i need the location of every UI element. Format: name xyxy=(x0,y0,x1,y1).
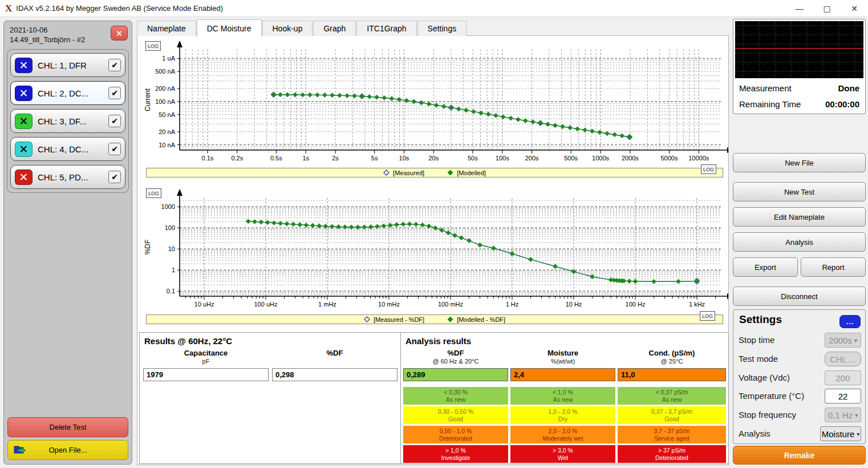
stop-time-row: Stop time 2000s▾ xyxy=(733,333,865,348)
channel-item-4[interactable]: ✕ CHL: 4, DC... ✔ xyxy=(10,137,125,161)
ana-df-value: 0,289 xyxy=(403,368,508,381)
ana-cond-subheader: @ 25°C xyxy=(618,358,726,365)
df-chart-log-toggle[interactable]: LOG xyxy=(146,188,161,198)
svg-text:100 nA: 100 nA xyxy=(155,98,176,105)
remake-button[interactable]: Remake xyxy=(733,446,866,465)
results-title: Results @ 60Hz, 22°C xyxy=(144,336,232,346)
svg-text:200 nA: 200 nA xyxy=(155,85,176,92)
svg-text:20s: 20s xyxy=(428,155,439,162)
report-button[interactable]: Report xyxy=(801,257,866,277)
analysis-mode-row: Analysis Moisture▾ xyxy=(733,426,865,442)
svg-text:Current: Current xyxy=(144,88,152,111)
measurement-label: Measurement xyxy=(739,83,792,93)
svg-text:10 nA: 10 nA xyxy=(159,142,175,148)
channel-1-checkbox[interactable]: ✔ xyxy=(108,59,121,71)
new-test-button[interactable]: New Test xyxy=(733,182,866,201)
ana-moisture-subheader: %(wt/wt) xyxy=(510,358,615,365)
ana-moisture-row-moderately-wet: 2,0 - 3,0 %Moderately wet xyxy=(510,426,615,443)
channel-item-3[interactable]: ✕ CHL: 3, DF... ✔ xyxy=(10,109,125,133)
ana-cond-row-asnew: < 0,37 pS/mAs new xyxy=(618,387,726,405)
capacitance-unit: pF xyxy=(143,358,269,365)
capacitance-header: Capacitance xyxy=(143,349,269,357)
svg-text:1 Hz: 1 Hz xyxy=(506,301,519,308)
tab-nameplate[interactable]: Nameplate xyxy=(137,21,196,36)
test-mode-button[interactable]: CHL ... xyxy=(825,352,861,366)
window-title: IDAX v5.2.164 by Megger Sweden AB (Servi… xyxy=(16,4,223,13)
channel-item-2[interactable]: ✕ CHL: 2, DC... ✔ xyxy=(10,81,125,105)
minimize-button[interactable]: — xyxy=(786,0,813,17)
ana-moisture-row-wet: > 3,0 %Wet xyxy=(510,445,615,463)
tab-itc1graph[interactable]: ITC1Graph xyxy=(356,21,416,36)
edit-nameplate-button[interactable]: Edit Nameplate xyxy=(733,207,866,227)
svg-text:100 mHz: 100 mHz xyxy=(438,301,463,308)
temperature-field[interactable]: 22 xyxy=(825,389,861,404)
tab-dc-moisture[interactable]: DC Moisture xyxy=(197,19,262,37)
stop-time-dropdown[interactable]: 2000s▾ xyxy=(825,333,861,348)
tab-hook-up[interactable]: Hook-up xyxy=(262,21,313,36)
df-header: %DF xyxy=(272,349,398,357)
settings-more-button[interactable]: ... xyxy=(839,315,861,328)
channel-item-1[interactable]: ✕ CHL: 1, DFR ✔ xyxy=(10,53,125,77)
channel-4-checkbox[interactable]: ✔ xyxy=(108,143,121,155)
svg-text:200s: 200s xyxy=(525,155,539,162)
ana-df-row-asnew: < 0,30 %As new xyxy=(403,387,508,405)
current-chart-log-toggle[interactable]: LOG xyxy=(145,41,161,51)
svg-text:1000s: 1000s xyxy=(592,155,609,162)
channel-3-checkbox[interactable]: ✔ xyxy=(108,115,121,127)
tab-settings[interactable]: Settings xyxy=(417,21,467,36)
svg-text:1000: 1000 xyxy=(161,203,175,210)
svg-text:2s: 2s xyxy=(332,155,339,162)
legend-modelled-df: [Modelled - %DF] xyxy=(447,316,505,323)
export-button[interactable]: Export xyxy=(733,257,798,277)
open-file-button[interactable]: Open File... xyxy=(7,440,128,460)
channel-5-checkbox[interactable]: ✔ xyxy=(108,171,121,183)
svg-text:1 kHz: 1 kHz xyxy=(689,301,705,308)
analysis-mode-dropdown[interactable]: Moisture▾ xyxy=(820,426,861,441)
ana-cond-row-deteriorated: > 37 pS/mDeteriorated xyxy=(618,445,726,463)
channel-2-checkbox[interactable]: ✔ xyxy=(108,87,121,99)
new-file-button[interactable]: New File xyxy=(733,153,866,172)
channel-item-5[interactable]: ✕ CHL: 5, PD... ✔ xyxy=(10,165,125,189)
svg-text:100 uHz: 100 uHz xyxy=(254,301,277,308)
legend-measured: [Measured] xyxy=(383,170,424,176)
ana-df-row-good: 0,30 - 0,50 %Good xyxy=(403,406,508,424)
app-logo-icon: X xyxy=(5,3,12,14)
test-file-sidebar: 2021-10-06 14.49_till_Torbjörn - #2 ✕ ✕ … xyxy=(3,21,132,465)
measurement-value: Done xyxy=(838,83,860,93)
channel-2-label: CHL: 2, DC... xyxy=(33,88,108,98)
stop-frequency-dropdown[interactable]: 0,1 Hz▾ xyxy=(825,408,861,422)
tab-graph[interactable]: Graph xyxy=(313,21,356,36)
df-chart-legend: [Measured - %DF] [Modelled - %DF] xyxy=(146,314,723,324)
measured-marker-icon xyxy=(383,170,390,176)
close-file-button[interactable]: ✕ xyxy=(111,26,128,41)
svg-text:20 nA: 20 nA xyxy=(159,128,175,135)
temperature-row: Temperature (°C) 22 xyxy=(733,389,865,404)
svg-text:100s: 100s xyxy=(496,155,509,162)
live-preview-chart xyxy=(735,21,863,78)
test-mode-row: Test mode CHL ... xyxy=(733,352,865,367)
channel-5-label: CHL: 5, PD... xyxy=(33,172,108,182)
svg-text:100: 100 xyxy=(165,224,175,231)
window-controls: — ▢ ✕ xyxy=(786,0,868,17)
delete-test-button[interactable]: Delete Test xyxy=(7,417,128,437)
current-chart-legend: [Measured] [Modelled] xyxy=(146,168,723,177)
svg-text:100 Hz: 100 Hz xyxy=(626,301,646,308)
test-file-header: 2021-10-06 14.49_till_Torbjörn - #2 ✕ xyxy=(4,21,132,47)
svg-text:0.5s: 0.5s xyxy=(270,155,282,162)
ana-moisture-header: Moisture xyxy=(510,349,615,357)
ana-cond-row-service-aged: 3,7 - 37 pS/mService aged xyxy=(618,426,726,443)
ana-df-row-investigate: > 1,0 %Investigate xyxy=(403,445,508,463)
tab-bar: Nameplate DC Moisture Hook-up Graph ITC1… xyxy=(137,20,467,36)
svg-text:1s: 1s xyxy=(302,155,309,162)
channel-5-color-icon: ✕ xyxy=(15,170,33,185)
disconnect-button[interactable]: Disconnect xyxy=(733,287,866,306)
df-legend-log-toggle[interactable]: LOG xyxy=(700,311,715,321)
channel-1-label: CHL: 1, DFR xyxy=(33,60,108,70)
maximize-button[interactable]: ▢ xyxy=(813,0,841,17)
analysis-button[interactable]: Analysis xyxy=(733,232,866,252)
current-legend-log-toggle[interactable]: LOG xyxy=(701,164,716,174)
measurement-status-row: Measurement Done xyxy=(739,83,859,93)
svg-text:0.1s: 0.1s xyxy=(202,155,214,162)
voltage-field[interactable]: 200 xyxy=(825,370,861,385)
close-button[interactable]: ✕ xyxy=(841,0,868,17)
